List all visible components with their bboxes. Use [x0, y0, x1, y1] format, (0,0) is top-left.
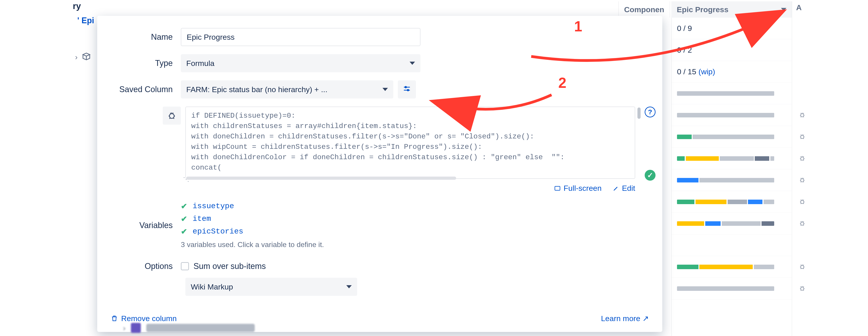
formula-textarea[interactable]: [185, 107, 635, 179]
epic-progress-cell: [672, 278, 792, 299]
annotation-1: 1: [574, 18, 582, 35]
markup-select-value: Wiki Markup: [191, 282, 233, 291]
epic-progress-cell: [672, 234, 792, 256]
annotation-2: 2: [558, 74, 566, 91]
epic-progress-cell: [672, 82, 792, 104]
progress-bar: [677, 135, 774, 139]
svg-point-0: [801, 113, 804, 117]
remove-column-link[interactable]: Remove column: [111, 314, 177, 323]
resize-icon[interactable]: ⋰: [183, 176, 190, 182]
epic-progress-column: 0 / 90 / 20 / 15(wip): [671, 18, 792, 336]
remove-column-label: Remove column: [121, 314, 177, 323]
label-variables: Variables: [111, 221, 181, 230]
variable-item[interactable]: ✔item: [181, 214, 649, 223]
saved-column-select[interactable]: FARM: Epic status bar (no hierarchy) + .…: [181, 80, 393, 98]
progress-bar: [677, 178, 774, 182]
saved-column-settings-button[interactable]: [398, 80, 416, 98]
fullscreen-label: Full-screen: [563, 184, 601, 193]
name-input[interactable]: [181, 28, 421, 46]
epic-progress-cell: 0 / 2: [672, 39, 792, 61]
svg-point-1: [801, 135, 804, 138]
variable-name: item: [193, 214, 211, 223]
column-header-cut: A: [796, 3, 802, 12]
progress-bar: [677, 265, 774, 269]
epic-progress-cell: [672, 256, 792, 278]
trash-icon: [111, 315, 118, 322]
epic-progress-cell: [672, 191, 792, 213]
edit-label: Edit: [622, 184, 635, 193]
svg-point-9: [405, 87, 407, 88]
type-select[interactable]: Formula: [181, 54, 421, 72]
variable-epicStories[interactable]: ✔epicStories: [181, 227, 649, 236]
svg-point-3: [801, 179, 804, 182]
markup-select[interactable]: Wiki Markup: [185, 278, 357, 296]
row-bug-icon: [798, 155, 806, 164]
svg-point-2: [801, 157, 804, 160]
tree-chevron[interactable]: ›: [75, 53, 78, 61]
page-title-cut: ry: [73, 1, 81, 11]
sum-over-sub-items-label: Sum over sub-items: [193, 262, 266, 271]
tree-icon: [82, 52, 91, 63]
fullscreen-icon: [554, 185, 561, 192]
svg-point-6: [801, 265, 804, 268]
epic-progress-cell: [672, 148, 792, 169]
check-icon: ✔: [181, 214, 187, 223]
sliders-icon: [402, 85, 411, 94]
progress-bar: [677, 156, 774, 161]
sum-over-sub-items-checkbox[interactable]: [181, 262, 189, 270]
row-bug-icon: [798, 111, 806, 121]
progress-bar: [677, 113, 774, 117]
vertical-scrollbar[interactable]: [638, 107, 641, 119]
label-name: Name: [111, 32, 181, 42]
column-header-components[interactable]: Componen: [618, 1, 670, 18]
help-icon[interactable]: ?: [645, 107, 655, 117]
check-icon: ✔: [181, 227, 187, 236]
type-select-value: Formula: [186, 59, 215, 68]
fullscreen-link[interactable]: Full-screen: [554, 184, 601, 193]
learn-more-link[interactable]: Learn more ↗: [601, 314, 649, 323]
row-bug-icon: [798, 263, 806, 272]
variable-issuetype[interactable]: ✔issuetype: [181, 202, 649, 211]
label-options: Options: [111, 262, 181, 271]
epic-icon: [131, 323, 141, 333]
saved-column-value: FARM: Epic status bar (no hierarchy) + .…: [186, 85, 328, 94]
variable-name: epicStories: [193, 227, 243, 236]
epic-progress-cell: 0 / 9: [672, 18, 792, 39]
progress-bar: [677, 286, 774, 291]
check-circle-icon: ✓: [645, 170, 655, 181]
column-header-epic-label: Epic Progress: [677, 5, 728, 14]
label-saved-column: Saved Column: [111, 85, 181, 94]
chevron-down-icon: [382, 88, 388, 91]
epic-progress-cell: 0 / 15(wip): [672, 61, 792, 82]
progress-bar: [677, 221, 774, 226]
label-type: Type: [111, 59, 181, 68]
svg-point-7: [801, 287, 804, 290]
check-icon: ✔: [181, 202, 187, 211]
chevron-down-icon: [410, 62, 415, 65]
svg-point-5: [801, 222, 804, 225]
epic-progress-cell: [672, 213, 792, 234]
chevron-down-icon: [781, 8, 786, 11]
horizontal-scrollbar[interactable]: [186, 176, 456, 180]
bug-icon: [167, 111, 177, 120]
row-bug-icon: [798, 220, 806, 229]
edit-link[interactable]: Edit: [613, 184, 635, 193]
epic-progress-cell: [672, 104, 792, 126]
svg-point-11: [407, 90, 409, 91]
pencil-icon: [613, 185, 619, 192]
svg-rect-13: [555, 186, 560, 190]
svg-point-4: [801, 200, 804, 203]
progress-bar: [677, 200, 774, 204]
row-bug-icon: [798, 176, 806, 186]
column-editor-panel: Name Type Formula Saved Column FARM: Epi…: [97, 16, 662, 332]
column-header-epic-progress[interactable]: Epic Progress: [671, 1, 792, 18]
debug-button[interactable]: [163, 107, 181, 125]
wip-link[interactable]: (wip): [699, 67, 715, 76]
progress-bar: [677, 91, 774, 96]
tree-row-blurred: ›: [123, 323, 255, 333]
row-bug-icon: [798, 198, 806, 207]
variables-note: 3 variables used. Click a variable to de…: [181, 240, 649, 249]
variable-name: issuetype: [193, 202, 234, 210]
epic-progress-cell: [672, 169, 792, 191]
epic-progress-cell: [672, 126, 792, 148]
